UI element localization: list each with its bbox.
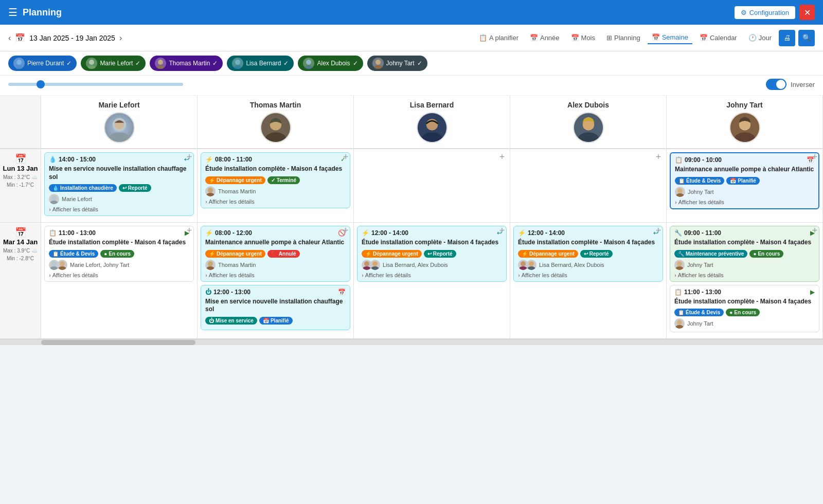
badge-miseen: ⏻ Mise en service <box>205 317 257 325</box>
add-btn-marie-mar14[interactable]: + <box>184 225 195 236</box>
col-name-marie: Marie Lefort <box>43 101 195 109</box>
task-header: ⚡ 08:00 - 12:00 🚫 <box>205 229 346 237</box>
add-btn-thomas-mar14[interactable]: + <box>340 225 351 236</box>
toggle-switch-control[interactable] <box>766 79 786 90</box>
chip-name-alex: Alex Dubois <box>317 60 350 67</box>
close-button[interactable]: ✕ <box>799 5 815 20</box>
day-cal-icon2: 📅 <box>2 227 39 238</box>
chip-lisa[interactable]: Lisa Bernard ✓ <box>227 56 294 71</box>
close-icon: ✕ <box>804 8 811 17</box>
task-time: ⚡ 08:00 - 11:00 <box>205 156 252 163</box>
next-arrow[interactable]: › <box>119 33 122 43</box>
task-detail-link[interactable]: › Afficher les détails <box>205 272 346 278</box>
task-detail-link[interactable]: › Afficher les détails <box>49 206 189 212</box>
menu-icon[interactable]: ☰ <box>8 6 17 19</box>
task-card-johny-lun13-1[interactable]: 📋 09:00 - 10:00 📅 Maintenance annuelle p… <box>670 152 819 209</box>
prev-arrow[interactable]: ‹ <box>8 33 11 43</box>
chip-check-marie: ✓ <box>135 60 140 67</box>
view-jour[interactable]: 🕐 Jour <box>744 32 776 44</box>
task-person: Johny Tart <box>674 318 815 329</box>
chip-pierre[interactable]: Pierre Durant ✓ <box>8 56 77 71</box>
col-header-johny: Johny Tart <box>667 96 823 149</box>
svg-point-33 <box>51 261 57 266</box>
task-title: Maintenance annuelle pompe à chaleur Atl… <box>675 166 814 174</box>
search-button[interactable]: 🔍 <box>798 30 815 46</box>
task-person: Lisa Bernard, Alex Dubois <box>518 260 658 270</box>
cell-alex-lun13: + <box>510 149 667 223</box>
badge-encours2: ● En cours <box>726 309 760 316</box>
chip-name-pierre: Pierre Durant <box>27 60 64 67</box>
chip-thomas[interactable]: Thomas Martin ✓ <box>150 56 223 71</box>
config-button[interactable]: ⚙ Configuration <box>735 6 795 19</box>
svg-point-4 <box>158 60 163 65</box>
svg-point-44 <box>519 266 527 270</box>
task-header: 🔧 09:00 - 11:00 ▶ <box>674 229 815 237</box>
search-icon: 🔍 <box>802 34 811 42</box>
weather-lun13-min: Min : -1.7°C <box>2 182 39 188</box>
task-header: ⏻ 12:00 - 13:00 📅 <box>205 289 346 296</box>
task-card-marie-lun13-1[interactable]: 💧 14:00 - 15:00 ↩ Mise en service nouvel… <box>44 152 194 216</box>
toggle-inverser[interactable]: Inverser <box>766 79 815 90</box>
chip-marie[interactable]: Marie Lefort ✓ <box>81 56 146 71</box>
col-name-alex: Alex Dubois <box>512 101 664 109</box>
calendar-grid: Marie Lefort Thomas Martin <box>0 96 823 339</box>
svg-point-0 <box>16 60 22 65</box>
task-detail-link[interactable]: › Afficher les détails <box>518 272 658 278</box>
task-detail-link[interactable]: › Afficher les détails <box>674 272 815 278</box>
day-label-lun13: 📅 Lun 13 Jan Max : 3.2°C ☁️ Min : -1.7°C <box>0 149 41 223</box>
header-left: ☰ Planning <box>8 6 62 19</box>
cell-alex-mar14: + ⚡ 12:00 - 14:00 ↩ Étude installation c… <box>510 223 667 339</box>
add-btn-alex-lun13[interactable]: + <box>653 151 664 163</box>
task-card-thomas-mar14-1[interactable]: ⚡ 08:00 - 12:00 🚫 Maintenance annuelle p… <box>201 226 350 282</box>
task-detail-link[interactable]: › Afficher les détails <box>675 199 814 205</box>
task-card-alex-mar14-1[interactable]: ⚡ 12:00 - 14:00 ↩ Étude installation com… <box>513 226 663 282</box>
task-person-avatar <box>49 194 59 204</box>
date-range: ‹ 📅 13 Jan 2025 - 19 Jan 2025 › <box>8 33 122 43</box>
task-header: 💧 14:00 - 15:00 ↩ <box>49 156 189 163</box>
zoom-slider[interactable] <box>8 83 183 86</box>
view-semaine[interactable]: 📅 Semaine <box>648 31 692 44</box>
add-btn-lisa-lun13[interactable]: + <box>496 151 508 163</box>
view-planning[interactable]: ⊞ Planning <box>602 32 645 44</box>
task-person: Johny Tart <box>674 260 815 270</box>
add-btn-marie-lun13[interactable]: + <box>184 151 195 163</box>
task-header: 📋 11:00 - 13:00 ▶ <box>674 289 815 296</box>
col-header-marie: Marie Lefort <box>41 96 198 149</box>
task-card-thomas-mar14-2[interactable]: ⏻ 12:00 - 13:00 📅 Mise en service nouvel… <box>201 285 350 330</box>
cell-lisa-mar14: + ⚡ 12:00 - 14:00 ↩ Étude installation c… <box>354 223 510 339</box>
task-header: 📋 11:00 - 13:00 ▶ <box>49 229 189 237</box>
print-button[interactable]: 🖨 <box>779 30 795 46</box>
task-person: Johny Tart <box>675 187 814 197</box>
svg-point-32 <box>676 193 684 197</box>
add-btn-alex-mar14[interactable]: + <box>653 225 664 236</box>
add-btn-johny-mar14[interactable]: + <box>809 225 820 236</box>
chip-alex[interactable]: Alex Dubois ✓ <box>298 56 363 71</box>
view-a-planifier[interactable]: 📋 A planifier <box>475 32 523 44</box>
chip-johny[interactable]: Johny Tart ✓ <box>367 56 427 71</box>
scrollbar-thumb[interactable] <box>41 340 195 345</box>
chip-check-lisa: ✓ <box>283 60 289 67</box>
add-btn-johny-lun13[interactable]: + <box>809 151 820 163</box>
add-btn-lisa-mar14[interactable]: + <box>496 225 508 236</box>
task-card-marie-mar14-1[interactable]: 📋 11:00 - 13:00 ▶ Étude installation com… <box>44 226 194 282</box>
task-time: 📋 09:00 - 10:00 <box>675 156 722 164</box>
task-header: 📋 09:00 - 10:00 📅 <box>675 156 814 164</box>
task-card-johny-mar14-2[interactable]: 📋 11:00 - 13:00 ▶ Étude installation com… <box>670 285 819 333</box>
task-title: Étude installation complète - Maison 4 f… <box>362 239 502 247</box>
task-time-icon: ⚡ <box>205 156 213 163</box>
view-annee[interactable]: 📅 Année <box>526 32 564 44</box>
svg-point-11 <box>374 65 382 69</box>
task-card-lisa-mar14-1[interactable]: ⚡ 12:00 - 14:00 ↩ Étude installation com… <box>357 226 507 282</box>
task-card-johny-mar14-1[interactable]: 🔧 09:00 - 11:00 ▶ Étude installation com… <box>670 226 819 282</box>
toggle-dot <box>776 80 785 89</box>
badge-depannage: ⚡ Dépannage urgent <box>362 250 422 258</box>
task-detail-link[interactable]: › Afficher les détails <box>205 199 346 205</box>
task-card-thomas-lun13-1[interactable]: ⚡ 08:00 - 11:00 ✓ Étude installation com… <box>201 152 350 208</box>
task-detail-link[interactable]: › Afficher les détails <box>362 272 502 278</box>
view-calendar[interactable]: 📅 Calendar <box>695 32 741 44</box>
view-mois[interactable]: 📅 Mois <box>567 32 599 44</box>
task-time: ⏻ 12:00 - 13:00 <box>205 289 251 296</box>
task-detail-link[interactable]: › Afficher les détails <box>49 272 189 278</box>
add-btn-thomas-lun13[interactable]: + <box>340 151 351 163</box>
svg-point-36 <box>58 266 66 270</box>
